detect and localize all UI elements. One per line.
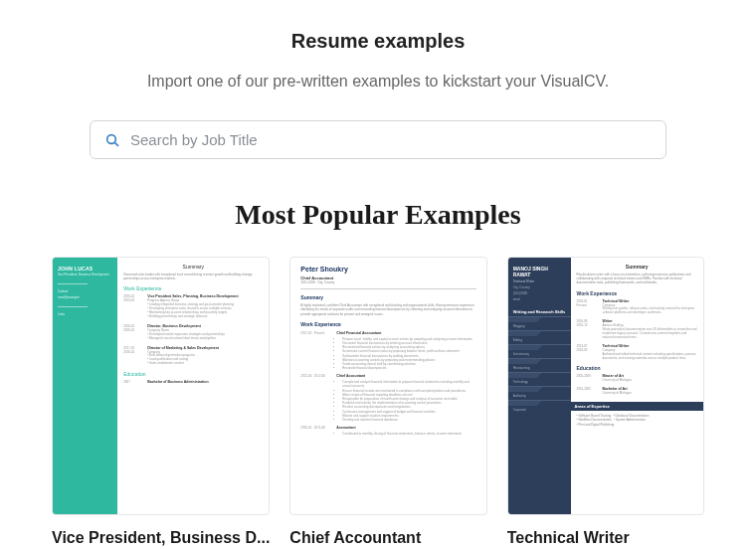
- card-title: Chief Accountant: [289, 529, 486, 547]
- thumb-role: Vice President, Business Development: [58, 274, 112, 277]
- resume-thumbnail: JOHN LUCAS Vice President, Business Deve…: [52, 257, 270, 515]
- search-box[interactable]: [90, 120, 666, 159]
- search-icon: [104, 132, 120, 148]
- search-input[interactable]: [130, 131, 652, 148]
- page-subtitle: Import one of our pre-written examples t…: [30, 73, 726, 91]
- resume-card-chief-accountant[interactable]: Peter Shoukry Chief Accountant 2011-2016…: [289, 257, 486, 547]
- search-container: [90, 120, 666, 159]
- svg-point-0: [107, 134, 116, 143]
- section-title: Most Popular Examples: [30, 199, 726, 231]
- thumb-name: MANOJ SINGH RAWAT: [513, 266, 566, 277]
- resume-card-technical-writer[interactable]: MANOJ SINGH RAWAT Technical Writer City,…: [507, 257, 704, 547]
- page-title: Resume examples: [30, 30, 726, 53]
- svg-line-1: [114, 142, 118, 146]
- resume-thumbnail: Peter Shoukry Chief Accountant 2011-2016…: [289, 257, 486, 515]
- thumb-name: Peter Shoukry: [300, 266, 475, 273]
- cards-grid: JOHN LUCAS Vice President, Business Deve…: [30, 257, 726, 547]
- resume-thumbnail: MANOJ SINGH RAWAT Technical Writer City,…: [507, 257, 704, 515]
- card-title: Technical Writer: [507, 529, 704, 547]
- thumb-name: JOHN LUCAS: [58, 266, 112, 272]
- card-title: Vice President, Business D...: [52, 529, 270, 547]
- thumb-role: Technical Writer: [513, 279, 566, 283]
- resume-card-vp-business[interactable]: JOHN LUCAS Vice President, Business Deve…: [52, 257, 270, 547]
